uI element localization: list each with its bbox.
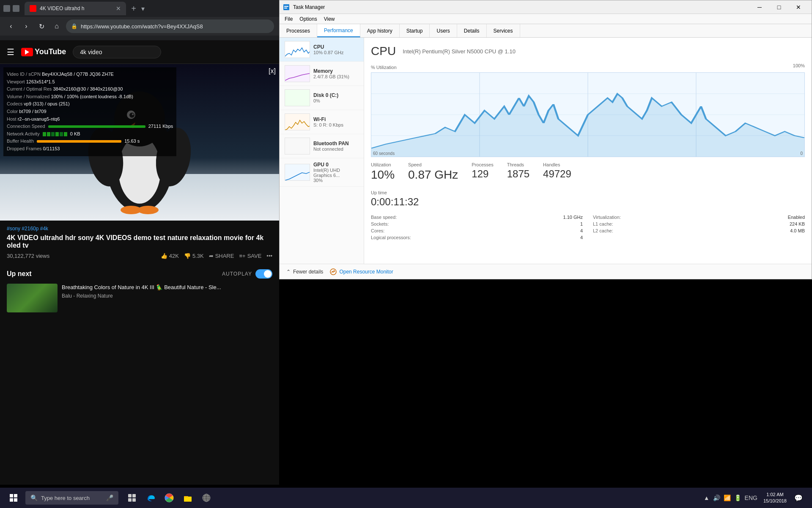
windows-square-2 [14,494,17,497]
youtube-content: ☰ YouTube [0,40,279,485]
util-label: Utilization [371,162,395,167]
next-video-card[interactable]: Breathtaking Colors of Nature in 4K III … [7,284,272,312]
tab-performance[interactable]: Performance [317,24,360,37]
network-icon-taskbar[interactable] [198,489,215,506]
cpu-header: CPU Intel(R) Pentium(R) Silver N5000 CPU… [371,44,805,58]
tab-startup[interactable]: Startup [400,24,430,37]
l2-key: L2 cache: [593,228,613,233]
play-icon [25,50,29,55]
restore-button[interactable]: □ [769,0,789,14]
speed-label: Speed [408,162,458,167]
sidebar-item-disk[interactable]: Disk 0 (C:) 0% [280,86,364,110]
dislike-count: 5.3K [192,253,204,259]
uptime-group: Up time 0:00:11:32 [371,188,805,208]
tab-details[interactable]: Details [457,24,487,37]
volume-icon[interactable]: 🔊 [712,494,721,502]
base-speed-key: Base speed: [371,215,397,220]
chrome-button[interactable] [161,489,178,506]
video-info: #sony #2160p #4k 4K VIDEO ultrahd hdr so… [0,221,279,264]
forward-button[interactable]: › [20,20,32,32]
tab-close-button[interactable]: ✕ [116,5,121,12]
utilization-row: % Utilization 100% [371,63,805,71]
open-resource-monitor-button[interactable]: Open Resource Monitor [330,268,393,275]
next-channel-name: Balu - Relaxing Nature [62,293,272,299]
sockets-row: Sockets: 1 [371,221,583,226]
chevron-up-icon: ⌃ [286,269,291,275]
start-button[interactable] [3,488,24,508]
tab-overflow-button[interactable]: ▾ [141,5,145,13]
battery-icon[interactable]: 🔋 [733,494,742,502]
more-button[interactable]: ••• [266,253,272,259]
autoplay-toggle[interactable]: AUTOPLAY [222,269,272,279]
debug-viewport: Viewport 1263x514*1.5 [7,78,173,86]
sidebar-item-wifi[interactable]: Wi-Fi S: 0 R: 0 Kbps [280,110,364,134]
video-tags[interactable]: #sony #2160p #4k [7,226,272,232]
youtube-search-input[interactable] [73,46,161,58]
utilization-label: % Utilization [371,65,397,70]
minimize-button[interactable]: ─ [750,0,769,14]
wifi-icon-tray[interactable]: 📶 [723,494,732,502]
cpu-chart-area: 60 seconds 0 [371,72,805,157]
file-menu[interactable]: File [281,14,296,24]
youtube-logo[interactable]: YouTube [21,47,66,56]
tab-processes[interactable]: Processes [280,24,317,37]
sidebar-item-gpu[interactable]: GPU 0 Intel(R) UHD Graphics 6... 30% [280,158,364,187]
threads-value: 1875 [507,168,529,180]
autoplay-label: AUTOPLAY [222,271,252,277]
like-button[interactable]: 👍 42K [161,253,179,259]
share-button[interactable]: ➦ SHARE [209,253,234,259]
close-button[interactable]: ✕ [789,0,808,14]
l1-row: L1 cache: 224 KB [593,221,805,226]
view-menu[interactable]: View [321,14,338,24]
svg-rect-14 [284,8,287,8]
debug-close-button[interactable]: [x] [269,67,276,75]
tab-services[interactable]: Services [487,24,520,37]
notification-button[interactable]: 💬 [792,488,805,508]
active-tab[interactable]: 4K VIDEO ultrahd h ✕ [25,2,126,15]
address-bar[interactable]: 🔒 https://www.youtube.com/watch?v=Bey4XX… [66,19,274,33]
menu-bar: File Options View [280,14,812,24]
tab-app-history[interactable]: App history [360,24,400,37]
video-stats-row: 30,122,772 views 👍 42K 👎 5.3K ➦ SHARE ≡+… [7,253,272,259]
sockets-val: 1 [580,221,583,226]
options-menu[interactable]: Options [296,14,320,24]
wifi-sidebar-name: Wi-Fi [313,116,359,122]
svg-rect-16 [285,90,310,106]
sidebar-item-bluetooth[interactable]: Bluetooth PAN Not connected [280,134,364,158]
hamburger-menu[interactable]: ☰ [7,47,14,57]
fewer-details-button[interactable]: ⌃ Fewer details [286,269,323,275]
system-clock[interactable]: 1:02 AM 15/10/2018 [760,491,790,505]
language-indicator[interactable]: ENG [744,494,758,502]
cpu-mini-chart [285,41,310,58]
debug-conn: Connection Speed 27111 Kbps [7,123,173,130]
taskbar-pinned-icons [123,489,215,506]
base-speed-val: 1.10 GHz [563,215,583,220]
threads-stat: Threads 1875 [507,162,529,182]
svg-rect-35 [184,496,188,497]
memory-sidebar-name: Memory [313,68,359,74]
task-view-button[interactable] [123,489,140,506]
windows-square-4 [14,498,17,502]
forward-icon[interactable] [13,5,19,12]
explorer-button[interactable] [179,489,196,506]
cpu-detail-panel: CPU Intel(R) Pentium(R) Silver N5000 CPU… [364,38,812,264]
sidebar-item-cpu[interactable]: CPU 10% 0.87 GHz [280,38,364,62]
open-monitor-label: Open Resource Monitor [339,269,393,275]
taskbar-search[interactable]: 🔍 Type here to search 🎤 [25,491,118,505]
refresh-button[interactable]: ↻ [36,20,47,32]
up-arrow-icon[interactable]: ▲ [703,494,710,502]
tab-users[interactable]: Users [430,24,457,37]
url-text: https://www.youtube.com/watch?v=Bey4XXJA… [81,23,203,30]
task-manager-body: CPU 10% 0.87 GHz Memory 2.4/7.8 GB (31%) [280,38,812,264]
sidebar-item-memory[interactable]: Memory 2.4/7.8 GB (31%) [280,62,364,86]
dislike-button[interactable]: 👎 5.3K [184,253,204,259]
back-icon[interactable] [3,5,10,12]
disk-sidebar-name: Disk 0 (C:) [313,92,359,98]
back-button[interactable]: ‹ [5,20,17,32]
new-tab-button[interactable]: + [128,3,140,14]
tab-bar-tm: Processes Performance App history Startu… [280,24,812,38]
save-button[interactable]: ≡+ SAVE [239,253,261,259]
windows-icon [10,494,17,502]
edge-button[interactable] [142,489,159,506]
home-button[interactable]: ⌂ [51,20,63,32]
